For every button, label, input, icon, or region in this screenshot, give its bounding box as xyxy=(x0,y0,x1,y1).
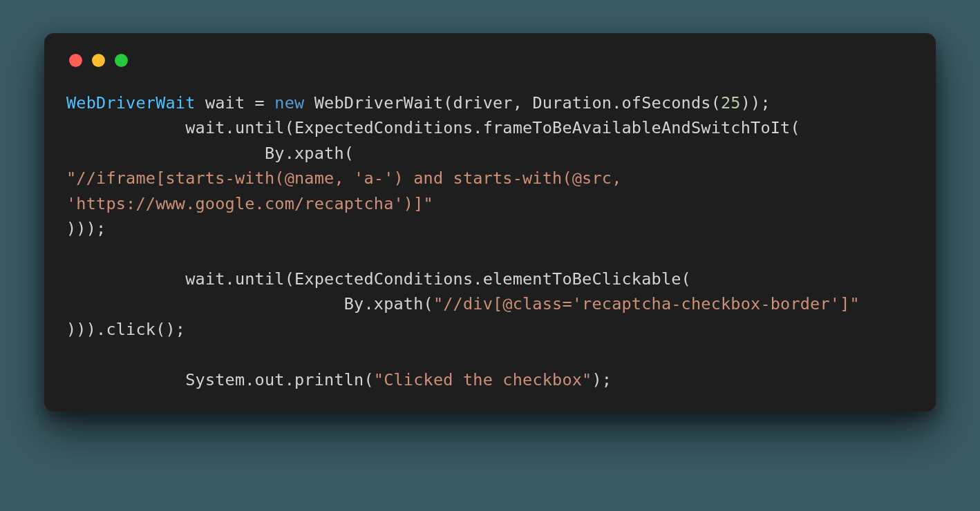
token-number: 25 xyxy=(721,93,741,113)
minimize-icon[interactable] xyxy=(92,54,105,67)
code-block: WebDriverWait wait = new WebDriverWait(d… xyxy=(66,90,914,392)
token-type: WebDriverWait xyxy=(66,93,196,113)
token-plain: WebDriverWait(driver, Duration.ofSeconds… xyxy=(304,93,721,113)
token-string: "//iframe[starts-with(@name, 'a-') and s… xyxy=(66,168,632,213)
close-icon[interactable] xyxy=(69,54,82,67)
token-plain: wait = xyxy=(196,93,275,113)
token-plain: ); xyxy=(592,370,612,389)
window-titlebar xyxy=(66,54,914,67)
code-window: WebDriverWait wait = new WebDriverWait(d… xyxy=(44,33,936,412)
token-string: "Clicked the checkbox" xyxy=(374,370,592,389)
token-string: "//div[@class='recaptcha-checkbox-border… xyxy=(433,294,860,314)
token-keyword: new xyxy=(274,93,304,113)
maximize-icon[interactable] xyxy=(115,54,128,67)
token-plain: ))).click(); System.out.println( xyxy=(66,320,374,389)
